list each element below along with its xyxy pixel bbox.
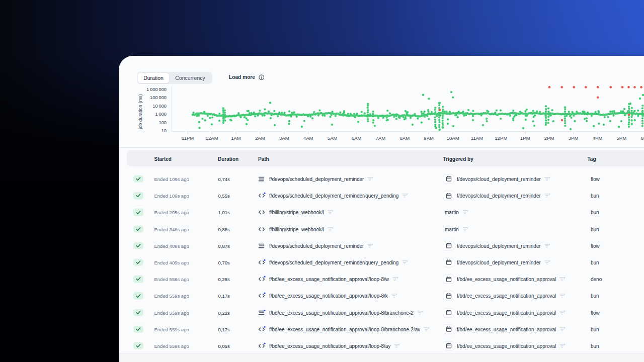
svg-text:5AM: 5AM: [328, 135, 338, 141]
svg-text:12AM: 12AM: [206, 135, 218, 141]
svg-text:100 000: 100 000: [150, 95, 167, 100]
svg-text:9AM: 9AM: [424, 135, 434, 141]
svg-text:4PM: 4PM: [593, 135, 603, 141]
svg-text:12PM: 12PM: [495, 135, 507, 141]
svg-text:6PM: 6PM: [640, 135, 644, 141]
svg-text:job duration (ms): job duration (ms): [138, 94, 143, 130]
svg-text:4AM: 4AM: [303, 135, 313, 141]
svg-text:100: 100: [158, 120, 167, 125]
svg-text:10 000: 10 000: [152, 104, 167, 109]
svg-text:6AM: 6AM: [352, 135, 362, 141]
svg-text:11PM: 11PM: [182, 135, 194, 141]
svg-text:11AM: 11AM: [471, 135, 483, 141]
svg-text:1 000: 1 000: [155, 112, 167, 117]
svg-text:3AM: 3AM: [279, 135, 289, 141]
svg-text:7AM: 7AM: [376, 135, 386, 141]
svg-text:8AM: 8AM: [399, 135, 410, 141]
svg-text:1 000 000: 1 000 000: [146, 87, 167, 92]
svg-text:5PM: 5PM: [617, 135, 627, 141]
svg-text:1PM: 1PM: [520, 135, 530, 141]
svg-text:10AM: 10AM: [447, 135, 459, 141]
svg-text:1AM: 1AM: [231, 135, 241, 141]
svg-text:10: 10: [162, 128, 167, 133]
svg-text:2PM: 2PM: [544, 135, 554, 141]
svg-text:2AM: 2AM: [255, 135, 265, 141]
svg-text:3PM: 3PM: [569, 135, 579, 141]
